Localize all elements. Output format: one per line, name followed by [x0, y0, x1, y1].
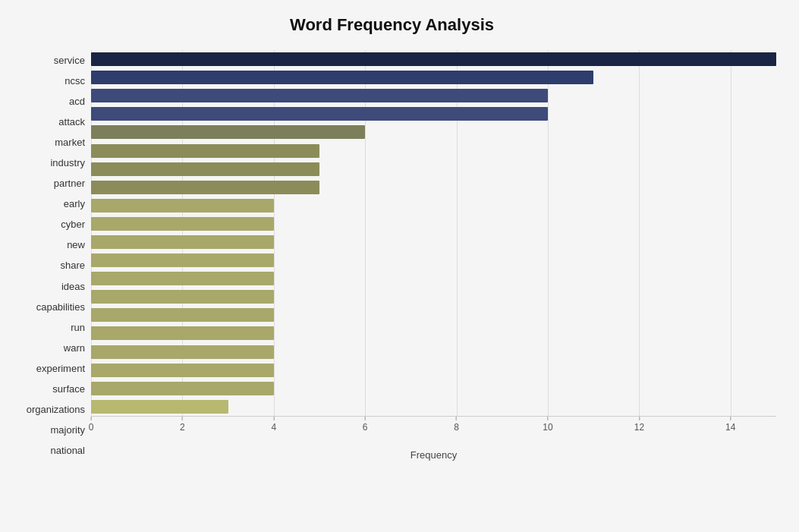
bars-and-xaxis: 02468101214 Frequency	[91, 50, 776, 461]
x-tick-line	[456, 417, 457, 420]
bar-row	[91, 106, 776, 121]
bar-row	[91, 289, 776, 304]
x-tick-label: 2	[180, 422, 185, 433]
y-label: partner	[54, 178, 85, 188]
bar-row	[91, 70, 776, 85]
x-tick: 12	[634, 417, 644, 433]
bar	[91, 217, 274, 231]
x-tick-label: 14	[725, 422, 735, 433]
bar	[91, 308, 274, 322]
bars-panel	[91, 50, 776, 416]
bar-row	[91, 162, 776, 177]
y-label: experiment	[36, 364, 85, 373]
x-tick: 6	[363, 417, 368, 433]
x-tick: 4	[271, 417, 276, 433]
bar-row	[91, 345, 776, 360]
bar	[91, 107, 548, 121]
bar	[91, 144, 319, 158]
y-label: surface	[52, 384, 85, 394]
bar-row	[91, 326, 776, 341]
y-label: organizations	[27, 405, 85, 414]
x-tick-label: 10	[543, 422, 552, 433]
bar-row	[91, 180, 776, 195]
bar-row	[91, 271, 776, 286]
y-label: national	[50, 445, 85, 455]
x-tick-line	[182, 417, 183, 420]
bar	[91, 125, 365, 139]
bar	[91, 71, 593, 84]
bar-row	[91, 363, 776, 378]
bar-row	[91, 399, 776, 414]
x-tick: 10	[543, 417, 552, 433]
x-tick: 8	[454, 417, 459, 433]
bar	[91, 235, 274, 249]
bar	[91, 199, 274, 212]
bar-row	[91, 143, 776, 159]
y-label: share	[60, 260, 85, 270]
bar	[91, 382, 274, 395]
y-label: new	[67, 240, 85, 250]
x-tick-line	[730, 417, 731, 420]
y-label: capabilities	[36, 302, 85, 312]
bar-rows	[91, 50, 776, 416]
x-tick: 14	[725, 417, 735, 433]
x-tick-label: 0	[89, 422, 94, 433]
x-tick-line	[639, 417, 640, 420]
y-label: ncsc	[64, 76, 85, 86]
x-tick-label: 6	[363, 422, 368, 433]
chart-container: Word Frequency Analysis servicencscacdat…	[0, 0, 799, 532]
bar	[91, 345, 274, 359]
x-tick: 0	[89, 417, 94, 433]
x-axis-title: Frequency	[91, 449, 776, 461]
x-tick-label: 4	[271, 422, 276, 433]
y-label: majority	[50, 425, 85, 435]
bar	[91, 364, 274, 377]
y-label: cyber	[61, 219, 85, 229]
bar	[91, 181, 319, 194]
y-label: service	[54, 55, 85, 65]
bar-row	[91, 307, 776, 323]
bar	[91, 162, 319, 176]
bar-row	[91, 124, 776, 140]
y-label: industry	[50, 158, 85, 168]
bar-row	[91, 235, 776, 250]
x-tick: 2	[180, 417, 185, 433]
bar-row	[91, 88, 776, 103]
y-label: attack	[58, 117, 85, 127]
bar-row	[91, 52, 776, 67]
x-tick-label: 12	[634, 422, 644, 433]
bar	[91, 290, 274, 304]
x-axis: 02468101214	[91, 416, 776, 446]
y-label: early	[64, 199, 85, 209]
x-tick-line	[365, 417, 366, 420]
x-tick-line	[91, 417, 92, 420]
bar	[91, 272, 274, 285]
bar	[91, 253, 274, 267]
bar	[91, 89, 548, 102]
y-label: warn	[64, 343, 85, 353]
bar-row	[91, 216, 776, 231]
y-labels: servicencscacdattackmarketindustrypartne…	[8, 50, 91, 461]
bar	[91, 326, 274, 340]
bar-row	[91, 198, 776, 213]
y-label: ideas	[61, 282, 85, 291]
bar	[91, 52, 776, 66]
y-label: run	[71, 323, 85, 332]
x-tick-line	[547, 417, 548, 420]
y-label: acd	[69, 96, 85, 106]
chart-title: Word Frequency Analysis	[8, 15, 776, 35]
bar-row	[91, 253, 776, 268]
bar-row	[91, 381, 776, 396]
chart-area: servicencscacdattackmarketindustrypartne…	[8, 50, 776, 461]
y-label: market	[55, 137, 85, 147]
bar	[91, 400, 228, 414]
x-tick-line	[273, 417, 274, 420]
x-tick-label: 8	[454, 422, 459, 433]
